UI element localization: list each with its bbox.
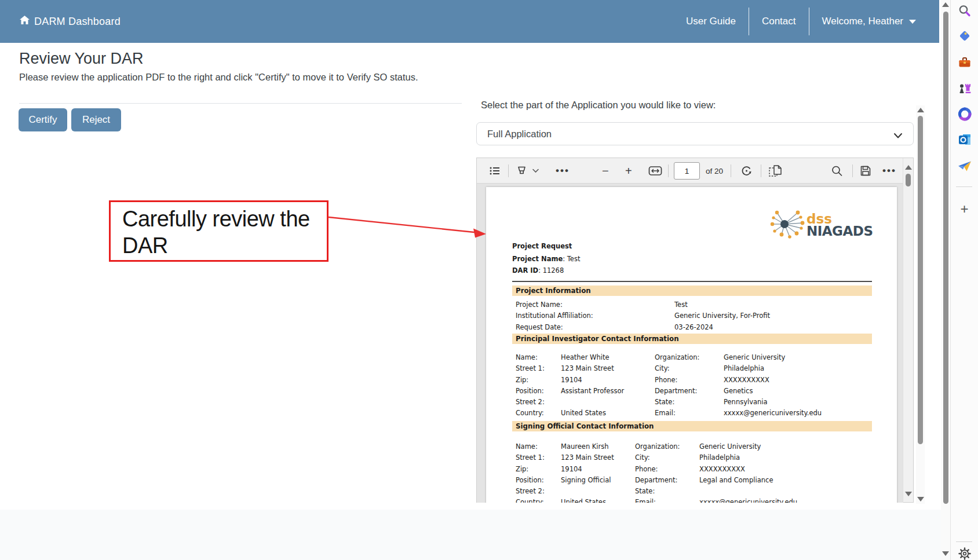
search-icon[interactable] (956, 2, 973, 20)
pdf-content-area: dss NIAGADS Project Request Project Name… (477, 184, 903, 503)
so-contact-rows: Name:Maureen KirshOrganization:Generic U… (486, 441, 897, 503)
page-title: Review Your DAR (19, 50, 144, 68)
section-header-pi-contact: Principal Investigator Contact Informati… (512, 334, 872, 344)
scrollbar-thumb[interactable] (943, 12, 948, 504)
table-of-contents-icon[interactable] (490, 166, 499, 175)
doc-divider (512, 281, 872, 282)
reject-button[interactable]: Reject (71, 108, 121, 131)
draw-highlighter-icon[interactable] (516, 166, 527, 176)
tools-icon[interactable] (956, 54, 973, 71)
table-row: Name:Maureen KirshOrganization:Generic U… (486, 441, 897, 452)
save-icon[interactable] (860, 166, 871, 176)
section-header-so-contact: Signing Official Contact Information (512, 421, 872, 431)
browser-window: DARM Dashboard User Guide Contact Welcom… (0, 0, 978, 560)
chevron-down-icon[interactable] (532, 169, 539, 173)
zoom-out-icon[interactable]: − (602, 164, 609, 177)
rotate-icon[interactable] (741, 165, 752, 176)
panel-scrollbar[interactable] (916, 105, 925, 504)
pi-contact-rows: Name:Heather WhiteOrganization:Generic U… (486, 352, 897, 419)
drop-icon[interactable] (956, 158, 973, 175)
doc-project-name: Project Name: Test (512, 255, 580, 263)
shopping-icon[interactable] (956, 27, 973, 45)
logo-niagads-text: NIAGADS (807, 225, 873, 238)
more-options-icon[interactable]: ••• (882, 165, 896, 177)
page-count-label: of 20 (706, 158, 723, 184)
add-icon[interactable]: + (956, 200, 973, 218)
pdf-page: dss NIAGADS Project Request Project Name… (486, 187, 897, 503)
outlook-icon[interactable] (956, 131, 973, 148)
annotation-arrow (324, 211, 493, 243)
certify-button[interactable]: Certify (19, 108, 67, 131)
project-information-rows: Project Name:TestInstitutional Affliliat… (486, 299, 897, 333)
table-row: Street 1:123 Main StreetCity:Philadelphi… (486, 363, 897, 374)
toolbar-separator (731, 164, 731, 177)
table-row: Position:Signing OfficialDepartment:Lega… (486, 475, 897, 486)
user-menu-label: Welcome, Heather (822, 16, 903, 27)
table-row: Project Name:Test (486, 299, 897, 310)
application-part-select-label: Select the part of the Application you w… (481, 100, 716, 111)
divider (19, 103, 462, 104)
brand-label: DARM Dashboard (34, 16, 121, 28)
more-tools-icon[interactable]: ••• (556, 165, 570, 177)
microsoft-365-icon[interactable] (956, 105, 973, 123)
table-row: Zip:19104Phone:XXXXXXXXXX (486, 464, 897, 475)
chevron-down-icon (909, 20, 916, 24)
toolbar-separator (668, 164, 669, 177)
niagads-logo: dss NIAGADS (768, 208, 872, 241)
niagads-starburst-icon (768, 208, 805, 241)
page-number-input[interactable] (674, 162, 700, 180)
scroll-down-arrow[interactable] (942, 551, 949, 556)
darm-app: DARM Dashboard User Guide Contact Welcom… (0, 0, 941, 560)
browser-sidebar: + (950, 0, 978, 560)
toolbar-separator (508, 164, 509, 177)
page-view-icon[interactable] (769, 165, 782, 177)
section-header-project-information: Project Information (512, 286, 872, 296)
search-icon[interactable] (831, 165, 842, 176)
application-part-select[interactable]: Full Application (476, 122, 914, 145)
table-row: Position:Assistant ProfessorDepartment:G… (486, 386, 897, 397)
scrollbar-thumb[interactable] (906, 174, 911, 186)
games-icon[interactable] (956, 79, 973, 97)
user-menu[interactable]: Welcome, Heather (809, 16, 924, 27)
zoom-in-icon[interactable]: + (625, 164, 632, 177)
pdf-viewer: ••• − + of 20 (476, 158, 914, 503)
page-description: Please review the application PDF to the… (19, 72, 418, 83)
table-row: Institutional Affliliation:Generic Unive… (486, 310, 897, 321)
app-header: DARM Dashboard User Guide Contact Welcom… (0, 0, 939, 43)
home-icon (20, 16, 30, 28)
scroll-down-arrow[interactable] (905, 492, 912, 496)
sidebar-divider (956, 541, 972, 542)
table-row: Country:United StatesEmail:xxxxx@generic… (486, 408, 897, 419)
scroll-down-arrow[interactable] (917, 497, 924, 502)
table-row: Street 2:State: (486, 486, 897, 497)
brand-home-link[interactable]: DARM Dashboard (20, 0, 121, 43)
doc-heading: Project Request (512, 242, 572, 250)
toolbar-separator (852, 164, 853, 177)
table-row: Request Date:03-26-2024 (486, 322, 897, 333)
nav-user-guide[interactable]: User Guide (673, 16, 749, 27)
toolbar-separator (761, 164, 761, 177)
table-row: Name:Heather WhiteOrganization:Generic U… (486, 352, 897, 363)
table-row: Street 2:State:Pennsylvania (486, 397, 897, 408)
settings-gear-icon[interactable] (956, 545, 973, 560)
doc-dar-id: DAR ID: 11268 (512, 266, 564, 274)
scroll-up-arrow[interactable] (942, 2, 949, 7)
pdf-toolbar: ••• − + of 20 (477, 158, 903, 184)
table-row: Street 1:123 Main StreetCity:Philadelphi… (486, 452, 897, 463)
table-row: Country:United StatesEmail:xxxxx@generic… (486, 497, 897, 503)
scrollbar-thumb[interactable] (918, 116, 923, 444)
header-nav: User Guide Contact Welcome, Heather (673, 0, 924, 43)
scroll-up-arrow[interactable] (917, 108, 924, 112)
page-scrollbar[interactable] (941, 0, 950, 560)
fit-to-width-icon[interactable] (648, 166, 662, 175)
pdf-scrollbar[interactable] (903, 158, 913, 502)
annotation-callout: Carefully review the DAR (109, 200, 329, 262)
scroll-up-arrow[interactable] (905, 165, 912, 170)
chevron-down-icon (893, 130, 903, 141)
application-part-select-value: Full Application (487, 129, 552, 140)
table-row: Zip:19104Phone:XXXXXXXXXX (486, 375, 897, 386)
sidebar-divider (956, 186, 972, 187)
nav-contact[interactable]: Contact (749, 16, 809, 27)
annotation-text: Carefully review the DAR (122, 206, 313, 259)
page-bottom-area (0, 510, 941, 560)
